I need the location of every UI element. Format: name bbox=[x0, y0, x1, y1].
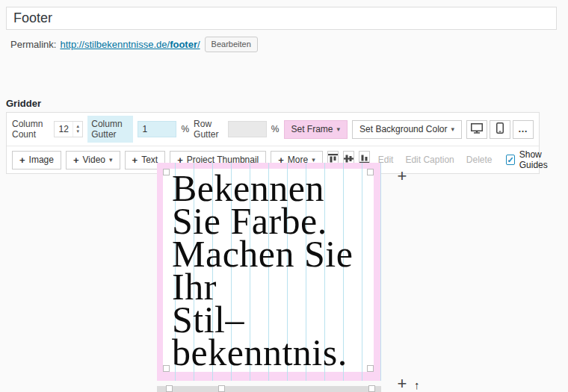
canvas-text-line: bekenntnis. bbox=[172, 336, 353, 369]
caret-down-icon: ▾ bbox=[109, 156, 113, 164]
resize-handle[interactable] bbox=[163, 365, 170, 372]
stepper-down-icon[interactable]: ▼ bbox=[75, 129, 80, 134]
permalink-edit-button[interactable]: Bearbeiten bbox=[205, 37, 258, 52]
resize-handle[interactable] bbox=[367, 365, 374, 372]
post-title-input[interactable] bbox=[6, 7, 557, 30]
canvas-text: Bekennen Sie Farbe. Machen Sie Ihr Stil–… bbox=[172, 172, 353, 369]
text-element[interactable]: Bekennen Sie Farbe. Machen Sie Ihr Stil–… bbox=[163, 169, 374, 372]
permalink-url-suffix: / bbox=[197, 39, 200, 50]
show-guides-checkbox[interactable]: ✓ bbox=[506, 155, 514, 165]
add-video-button[interactable]: + Video ▾ bbox=[66, 151, 120, 169]
add-video-label: Video bbox=[83, 155, 105, 165]
preview-button-group: … bbox=[466, 120, 534, 139]
add-row-below-button[interactable]: + bbox=[393, 375, 411, 392]
set-background-color-label: Set Background Color bbox=[359, 124, 447, 134]
desktop-preview-button[interactable] bbox=[466, 120, 487, 139]
resize-handle[interactable] bbox=[367, 169, 374, 175]
ellipsis-icon: … bbox=[518, 125, 528, 133]
next-row-element[interactable] bbox=[157, 386, 381, 392]
permalink-url-slug: footer bbox=[170, 39, 197, 50]
resize-handle[interactable] bbox=[166, 385, 173, 392]
caret-down-icon: ▾ bbox=[337, 125, 341, 133]
add-image-label: Image bbox=[29, 155, 54, 165]
gridder-settings-row: Column Count ▲ ▼ Column Gutter % Row Gut… bbox=[7, 113, 539, 146]
gridder-canvas: Bekennen Sie Farbe. Machen Sie Ihr Stil–… bbox=[157, 163, 381, 381]
check-icon: ✓ bbox=[507, 155, 513, 165]
row-gutter-label: Row Gutter bbox=[194, 119, 223, 140]
resize-handle[interactable] bbox=[368, 385, 375, 392]
edit-caption-button[interactable]: Edit Caption bbox=[401, 155, 457, 165]
mobile-preview-button[interactable] bbox=[490, 120, 510, 139]
set-background-color-button[interactable]: Set Background Color ▾ bbox=[352, 120, 462, 139]
caret-down-icon: ▾ bbox=[451, 125, 454, 133]
column-gutter-label: Column Gutter bbox=[87, 116, 133, 143]
add-row-above-button[interactable]: + bbox=[393, 167, 411, 185]
add-image-button[interactable]: + Image bbox=[12, 151, 61, 169]
column-gutter-input[interactable] bbox=[138, 121, 176, 137]
set-frame-button[interactable]: Set Frame ▾ bbox=[284, 120, 348, 139]
resize-handle[interactable] bbox=[163, 169, 170, 175]
add-text-label: Text bbox=[141, 155, 158, 165]
show-guides-label: Show Guides bbox=[519, 149, 548, 170]
stepper-up-icon[interactable]: ▲ bbox=[75, 124, 80, 129]
plus-icon: + bbox=[132, 155, 138, 166]
gridder-section-label: Gridder bbox=[6, 98, 41, 109]
permalink-url-prefix: http://stilbekenntnisse.de/ bbox=[60, 39, 170, 50]
column-count-stepper: ▲ ▼ bbox=[54, 121, 83, 137]
row-gutter-input[interactable] bbox=[228, 121, 267, 137]
monitor-icon bbox=[471, 123, 483, 136]
permalink-label: Permalink: bbox=[10, 39, 56, 50]
cursor-arrow: ↑ bbox=[414, 379, 420, 391]
column-gutter-unit: % bbox=[181, 124, 189, 134]
column-count-label: Column Count bbox=[12, 119, 49, 140]
phone-icon bbox=[496, 122, 504, 136]
resize-handle[interactable] bbox=[218, 385, 225, 392]
wp-edit-page: Permalink: http://stilbekenntnisse.de/fo… bbox=[0, 0, 568, 392]
permalink-row: Permalink: http://stilbekenntnisse.de/fo… bbox=[10, 37, 258, 52]
more-options-button[interactable]: … bbox=[513, 120, 534, 139]
plus-icon: + bbox=[73, 155, 79, 166]
column-count-spin-buttons[interactable]: ▲ ▼ bbox=[72, 122, 82, 137]
row-gutter-unit: % bbox=[271, 124, 280, 134]
column-count-input[interactable] bbox=[55, 122, 72, 137]
plus-icon: + bbox=[19, 155, 25, 166]
permalink-link[interactable]: http://stilbekenntnisse.de/footer/ bbox=[60, 39, 200, 50]
delete-button[interactable]: Delete bbox=[463, 155, 496, 165]
set-frame-label: Set Frame bbox=[291, 124, 333, 134]
